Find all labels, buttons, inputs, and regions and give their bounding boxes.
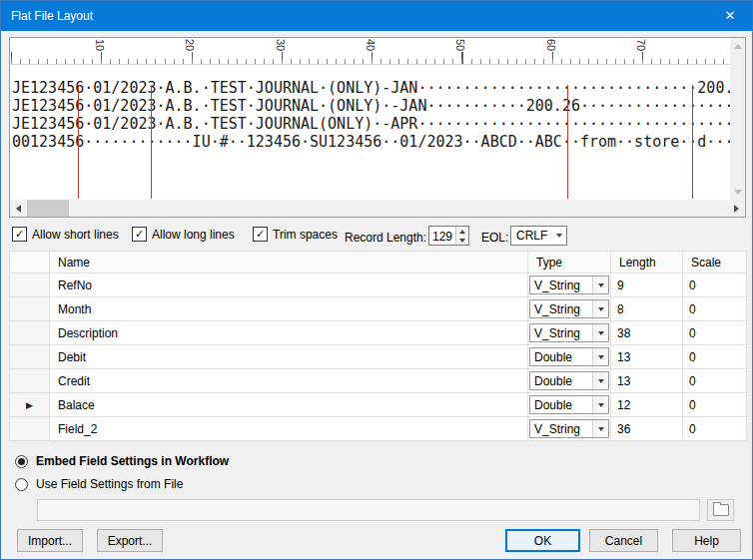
column-header-name[interactable]: Name <box>50 252 528 274</box>
field-length-cell[interactable]: 38 <box>611 321 683 345</box>
field-boundary-line[interactable] <box>567 85 568 199</box>
arrow-right-icon <box>734 205 739 213</box>
type-dropdown[interactable]: V_String <box>529 419 609 438</box>
type-value: V_String <box>530 326 580 340</box>
field-name-cell[interactable]: Field_2 <box>50 417 528 441</box>
browse-file-button[interactable] <box>707 499 734 521</box>
type-dropdown[interactable]: Double <box>529 347 609 366</box>
cancel-button[interactable]: Cancel <box>589 529 658 552</box>
field-scale-cell[interactable]: 0 <box>683 345 747 369</box>
field-scale-cell[interactable]: 0 <box>683 393 747 417</box>
preview-line: JE123456·01/2023·A.B.·TEST·JOURNAL·(ONLY… <box>12 97 730 115</box>
embed-field-settings-radio[interactable]: Embed Field Settings in Workflow <box>15 454 229 468</box>
window-title: Flat File Layout <box>11 1 93 31</box>
column-header-length[interactable]: Length <box>611 252 683 274</box>
field-length-cell[interactable]: 8 <box>611 297 683 321</box>
radio-label: Use Field Settings from File <box>36 477 183 491</box>
type-dropdown[interactable]: Double <box>529 395 609 414</box>
eol-dropdown[interactable]: CRLF <box>510 226 567 246</box>
scrollbar-thumb[interactable] <box>27 200 69 217</box>
help-button[interactable]: Help <box>672 529 741 552</box>
field-scale-cell[interactable]: 0 <box>683 321 747 345</box>
field-scale-cell[interactable]: 0 <box>683 297 747 321</box>
field-name-cell[interactable]: Debit <box>50 345 528 369</box>
close-button[interactable]: ✕ <box>708 1 752 31</box>
record-length-input[interactable] <box>429 227 457 245</box>
type-dropdown[interactable]: V_String <box>529 299 609 318</box>
scroll-up-button[interactable] <box>730 38 745 54</box>
radio-dot <box>18 458 25 465</box>
grid-row[interactable]: RefNo V_String 9 0 <box>10 274 747 297</box>
scroll-left-button[interactable] <box>10 200 27 217</box>
scroll-down-button[interactable] <box>730 184 745 200</box>
spinner-up-button[interactable] <box>456 227 468 236</box>
arrow-down-icon <box>734 190 742 195</box>
dropdown-button[interactable] <box>551 227 566 245</box>
settings-file-path-input[interactable] <box>37 499 700 521</box>
allow-short-lines-checkbox[interactable]: ✓ Allow short lines <box>12 227 119 242</box>
row-selector[interactable] <box>10 321 50 345</box>
trim-spaces-checkbox[interactable]: ✓ Trim spaces <box>253 227 338 242</box>
grid-row[interactable]: Month V_String 8 0 <box>10 297 747 321</box>
field-boundary-line[interactable] <box>692 85 693 199</box>
field-name-cell[interactable]: Balace <box>50 393 528 417</box>
field-boundary-line[interactable] <box>78 85 79 199</box>
field-length-cell[interactable]: 13 <box>611 345 683 369</box>
field-length-cell[interactable]: 9 <box>611 274 683 297</box>
row-selector[interactable] <box>10 345 50 369</box>
field-boundary-line[interactable] <box>151 85 152 199</box>
field-name-cell[interactable]: Description <box>50 321 528 345</box>
field-length-cell[interactable]: 36 <box>611 417 683 441</box>
field-name-cell[interactable]: Credit <box>50 369 528 393</box>
field-type-cell: Double <box>528 369 611 393</box>
dropdown-button[interactable] <box>592 277 608 293</box>
type-dropdown[interactable]: Double <box>529 371 609 390</box>
type-dropdown[interactable]: V_String <box>529 323 609 342</box>
row-selector[interactable] <box>10 417 50 441</box>
use-field-settings-from-file-radio[interactable]: Use Field Settings from File <box>15 477 183 491</box>
row-selector[interactable] <box>10 369 50 393</box>
ok-button[interactable]: OK <box>505 529 580 552</box>
export-button[interactable]: Export... <box>97 529 163 552</box>
scroll-right-button[interactable] <box>728 200 745 217</box>
row-selector-header <box>10 252 50 274</box>
titlebar[interactable]: Flat File Layout ✕ <box>1 1 752 31</box>
grid-row[interactable]: Field_2 V_String 36 0 <box>10 417 747 441</box>
type-value: Double <box>530 398 572 412</box>
dropdown-button[interactable] <box>592 396 608 413</box>
row-selector[interactable]: ▶ <box>10 393 50 417</box>
checkbox-label: Trim spaces <box>273 228 338 242</box>
checkbox-checked-icon: ✓ <box>12 227 27 242</box>
column-header-scale[interactable]: Scale <box>683 252 747 274</box>
dropdown-button[interactable] <box>592 300 608 317</box>
dropdown-button[interactable] <box>592 372 608 389</box>
grid-row[interactable]: Credit Double 13 0 <box>10 369 747 393</box>
dropdown-button[interactable] <box>592 420 608 437</box>
spinner-down-button[interactable] <box>456 236 468 245</box>
row-selector[interactable] <box>10 297 50 321</box>
field-name-cell[interactable]: Month <box>50 297 528 321</box>
import-button[interactable]: Import... <box>17 529 83 552</box>
horizontal-scrollbar[interactable] <box>10 200 745 217</box>
checkbox-label: Allow short lines <box>32 228 119 242</box>
grid-row[interactable]: Description V_String 38 0 <box>10 321 747 345</box>
preview-text[interactable]: JE123456·01/2023·A.B.·TEST·JOURNAL·(ONLY… <box>10 65 730 200</box>
eol-value: CRLF <box>511 229 547 243</box>
dropdown-button[interactable] <box>592 348 608 365</box>
field-scale-cell[interactable]: 0 <box>683 417 747 441</box>
field-length-cell[interactable]: 12 <box>611 393 683 417</box>
folder-icon <box>713 504 729 516</box>
column-header-type[interactable]: Type <box>528 252 611 274</box>
row-selector[interactable] <box>10 274 50 297</box>
field-scale-cell[interactable]: 0 <box>683 274 747 297</box>
close-icon: ✕ <box>725 8 736 23</box>
grid-row[interactable]: Debit Double 13 0 <box>10 345 747 369</box>
field-scale-cell[interactable]: 0 <box>683 369 747 393</box>
field-length-cell[interactable]: 13 <box>611 369 683 393</box>
grid-row-current[interactable]: ▶ Balace Double 12 0 <box>10 393 747 417</box>
dropdown-button[interactable] <box>592 324 608 341</box>
field-name-cell[interactable]: RefNo <box>50 274 528 297</box>
allow-long-lines-checkbox[interactable]: ✓ Allow long lines <box>132 227 235 242</box>
type-dropdown[interactable]: V_String <box>529 276 609 294</box>
vertical-scrollbar[interactable] <box>730 38 745 200</box>
